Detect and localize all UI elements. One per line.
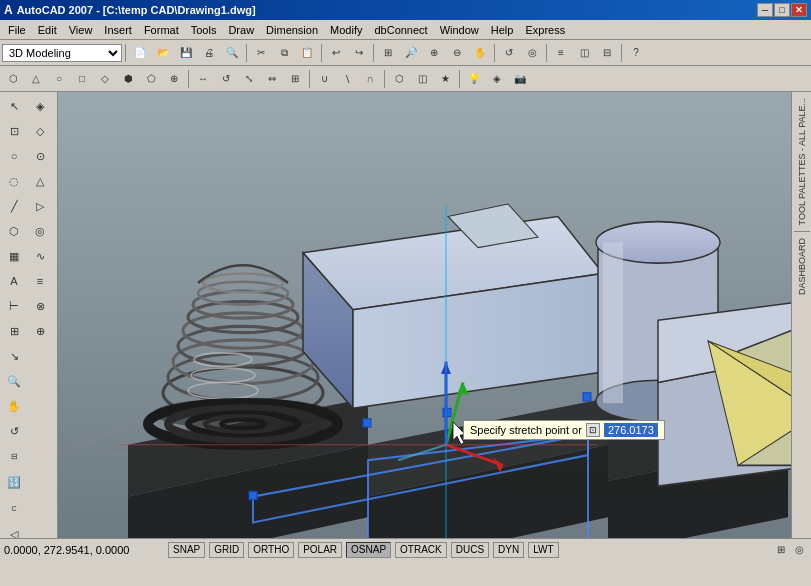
3d-move-btn[interactable]: ↔ [192,68,214,90]
mesh-btn[interactable]: ⬡ [388,68,410,90]
zoom-out-btn[interactable]: ⊖ [446,42,468,64]
layer-btn[interactable]: ◫ [573,42,595,64]
new-btn[interactable]: 📄 [129,42,151,64]
menu-item-express[interactable]: Express [519,22,571,38]
left-tool-circle[interactable]: ○ [2,144,26,168]
lwt-btn[interactable]: LWT [528,542,558,558]
osnap-btn[interactable]: OSNAP [346,542,391,558]
left-tool-pan[interactable]: ✋ [2,394,26,418]
match-prop-btn[interactable]: ≡ [550,42,572,64]
snap-btn[interactable]: SNAP [168,542,205,558]
ortho-btn[interactable]: ORTHO [248,542,294,558]
zoom-extents-btn[interactable]: ⊞ [377,42,399,64]
3d-tool-2[interactable]: △ [25,68,47,90]
calc-btn[interactable]: 🔢 [2,470,26,494]
left-tool-line[interactable]: ╱ [2,194,26,218]
menu-item-modify[interactable]: Modify [324,22,368,38]
status-icon-1[interactable]: ⊞ [773,542,789,558]
zoom-in-btn[interactable]: ⊕ [423,42,445,64]
3d-array-btn[interactable]: ⊞ [284,68,306,90]
paste-btn[interactable]: 📋 [296,42,318,64]
undo-btn[interactable]: ↩ [325,42,347,64]
3d-tool-5[interactable]: ◇ [94,68,116,90]
print-btn[interactable]: 🖨 [198,42,220,64]
menu-item-tools[interactable]: Tools [185,22,223,38]
properties-btn[interactable]: ⊟ [596,42,618,64]
menu-item-draw[interactable]: Draw [222,22,260,38]
camera-btn[interactable]: 📷 [509,68,531,90]
menu-item-insert[interactable]: Insert [98,22,138,38]
app-minimize-btn[interactable]: ─ [757,3,773,17]
solid-subtract-btn[interactable]: ∖ [336,68,358,90]
print-preview-btn[interactable]: 🔍 [221,42,243,64]
menu-item-window[interactable]: Window [434,22,485,38]
grid-btn[interactable]: GRID [209,542,244,558]
3d-rotate-btn[interactable]: ↺ [215,68,237,90]
material-btn[interactable]: ◈ [486,68,508,90]
ducs-btn[interactable]: DUCS [451,542,489,558]
app-maximize-btn[interactable]: □ [774,3,790,17]
solid-union-btn[interactable]: ∪ [313,68,335,90]
left-tool-text[interactable]: A [2,269,26,293]
3d-tool-6[interactable]: ⬢ [117,68,139,90]
surface-btn[interactable]: ◫ [411,68,433,90]
left-tool-b6[interactable]: ◎ [28,219,52,243]
dashboard-label[interactable]: DASHBOARD [797,238,807,295]
left-tool-b7[interactable]: ∿ [28,244,52,268]
menu-item-dbconnect[interactable]: dbConnect [368,22,433,38]
otrack-btn[interactable]: OTRACK [395,542,447,558]
menu-item-view[interactable]: View [63,22,99,38]
canvas-area[interactable]: Specify stretch point or ⊡ 276.0173 [58,92,791,538]
left-tool-zoom[interactable]: 🔍 [2,369,26,393]
3d-tool-7[interactable]: ⬠ [140,68,162,90]
3d-tool-8[interactable]: ⊕ [163,68,185,90]
pan-btn[interactable]: ✋ [469,42,491,64]
render-btn[interactable]: ★ [434,68,456,90]
left-tool-b10[interactable]: ⊕ [28,319,52,343]
left-tool-select[interactable]: ⊡ [2,119,26,143]
left-tool-b2[interactable]: ◇ [28,119,52,143]
left-tool-b5[interactable]: ▷ [28,194,52,218]
menu-item-dimension[interactable]: Dimension [260,22,324,38]
left-tool-b4[interactable]: △ [28,169,52,193]
status-icon-2[interactable]: ◎ [791,542,807,558]
left-tool-insert[interactable]: ↘ [2,344,26,368]
cut-btn[interactable]: ✂ [250,42,272,64]
3d-mirror-btn[interactable]: ⇔ [261,68,283,90]
help-btn[interactable]: ? [625,42,647,64]
menu-item-help[interactable]: Help [485,22,520,38]
workspace-dropdown[interactable]: 3D Modeling AutoCAD Classic Initial Setu… [2,44,122,62]
left-tool-block[interactable]: ⊞ [2,319,26,343]
comm-btn[interactable]: C [2,496,26,520]
copy-btn[interactable]: ⧉ [273,42,295,64]
left-tool-b1[interactable]: ◈ [28,94,52,118]
3d-tool-1[interactable]: ⬡ [2,68,24,90]
solid-intersect-btn[interactable]: ∩ [359,68,381,90]
3d-orbit-btn[interactable]: ↺ [498,42,520,64]
open-btn[interactable]: 📂 [152,42,174,64]
left-tool-hatch[interactable]: ▦ [2,244,26,268]
left-tool-b8[interactable]: ≡ [28,269,52,293]
left-tool-arrow[interactable]: ↖ [2,94,26,118]
zoom-window-btn[interactable]: 🔎 [400,42,422,64]
properties-palette-btn[interactable]: ⊟ [2,444,26,468]
save-btn[interactable]: 💾 [175,42,197,64]
left-tool-b3[interactable]: ⊙ [28,144,52,168]
expand-btn[interactable]: ◁ [2,522,26,538]
3d-tool-3[interactable]: ○ [48,68,70,90]
polar-btn[interactable]: POLAR [298,542,342,558]
left-tool-poly[interactable]: ⬡ [2,219,26,243]
lights-btn[interactable]: 💡 [463,68,485,90]
redo-btn[interactable]: ↪ [348,42,370,64]
menu-item-format[interactable]: Format [138,22,185,38]
menu-item-edit[interactable]: Edit [32,22,63,38]
shade-btn[interactable]: ◎ [521,42,543,64]
menu-item-file[interactable]: File [2,22,32,38]
left-tool-b9[interactable]: ⊗ [28,294,52,318]
left-tool-dim[interactable]: ⊢ [2,294,26,318]
3d-tool-4[interactable]: □ [71,68,93,90]
app-close-btn[interactable]: ✕ [791,3,807,17]
left-tool-arc[interactable]: ◌ [2,169,26,193]
dyn-btn[interactable]: DYN [493,542,524,558]
left-tool-orbit[interactable]: ↺ [2,419,26,443]
